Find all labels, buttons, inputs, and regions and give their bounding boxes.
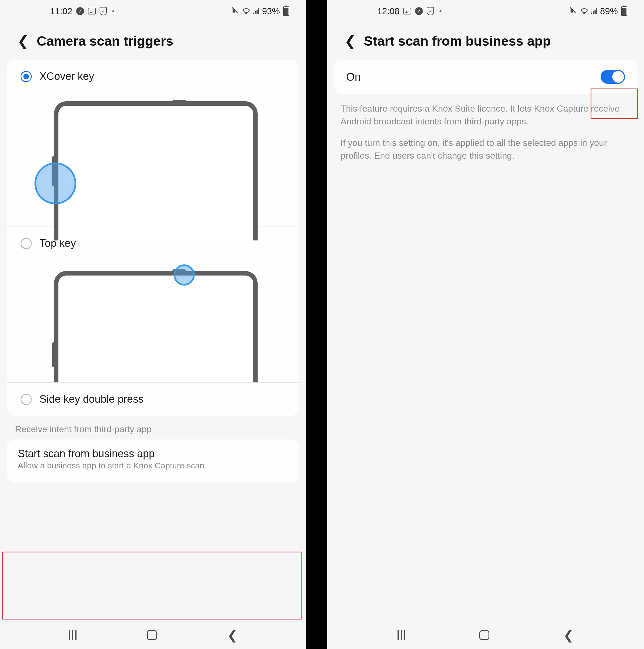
- svg-point-1: [583, 12, 585, 14]
- battery-icon: [621, 6, 627, 16]
- screen-start-scan-setting: 12:08 ✓ ✓ 89% ❮ Start scan from business…: [327, 0, 644, 649]
- battery-icon: [283, 6, 289, 16]
- status-bar: 11:02 ✓ ✓ 93%: [0, 0, 306, 22]
- back-button[interactable]: ❮: [17, 34, 29, 48]
- mute-icon: [570, 7, 577, 15]
- navigation-bar: ❮: [0, 621, 306, 649]
- battery-percent: 93%: [262, 6, 280, 16]
- wifi-icon: [242, 8, 250, 14]
- check-icon: ✓: [415, 7, 423, 15]
- status-bar: 12:08 ✓ ✓ 89%: [327, 0, 644, 22]
- radio-unselected-icon: [20, 394, 32, 405]
- option-xcover-key[interactable]: XCover key: [7, 60, 299, 93]
- battery-percent: 89%: [600, 6, 618, 16]
- toggle-label: On: [346, 71, 361, 83]
- nav-home-button[interactable]: [147, 630, 157, 640]
- trigger-options-card: XCover key Top key Side key double press: [7, 60, 299, 416]
- screen-camera-scan-triggers: 11:02 ✓ ✓ 93% ❮ Camera scan triggers XCo…: [0, 0, 306, 649]
- info-paragraph-2: If you turn this setting on, it's applie…: [340, 136, 631, 162]
- start-scan-from-business-app-item[interactable]: Start scan from business app Allow a bus…: [7, 439, 299, 483]
- signal-icon: [591, 8, 597, 14]
- radio-unselected-icon: [20, 238, 32, 249]
- mute-icon: [232, 7, 239, 15]
- top-key-illustration: [7, 260, 299, 382]
- radio-selected-icon: [20, 71, 32, 82]
- back-button[interactable]: ❮: [344, 34, 356, 48]
- list-item-subtitle: Allow a business app to start a Knox Cap…: [18, 461, 288, 470]
- page-title: Start scan from business app: [364, 33, 551, 49]
- wifi-icon: [580, 8, 588, 14]
- nav-back-button[interactable]: ❮: [227, 628, 238, 642]
- highlight-annotation: [2, 552, 302, 619]
- nav-home-button[interactable]: [479, 630, 489, 640]
- status-time: 11:02: [50, 6, 72, 16]
- navigation-bar: ❮: [327, 621, 644, 649]
- header: ❮ Camera scan triggers: [0, 22, 306, 60]
- option-label: XCover key: [40, 71, 94, 82]
- shield-icon: ✓: [427, 7, 434, 15]
- option-label: Side key double press: [40, 393, 144, 405]
- gallery-icon: [88, 8, 96, 14]
- header: ❮ Start scan from business app: [327, 22, 644, 60]
- gallery-icon: [403, 8, 411, 14]
- xcover-key-illustration: [7, 93, 299, 226]
- info-text: This feature requires a Knox Suite licen…: [327, 94, 644, 179]
- toggle-switch[interactable]: [601, 70, 625, 84]
- svg-point-0: [245, 12, 247, 14]
- section-header-third-party: Receive intent from third-party app: [0, 416, 306, 437]
- status-time: 12:08: [377, 6, 400, 16]
- info-paragraph-1: This feature requires a Knox Suite licen…: [340, 102, 631, 128]
- page-title: Camera scan triggers: [37, 33, 173, 49]
- screen-divider: [306, 0, 327, 649]
- more-notifications-dot: [112, 10, 114, 12]
- nav-back-button[interactable]: ❮: [563, 628, 573, 642]
- option-side-key-double-press[interactable]: Side key double press: [7, 382, 299, 416]
- check-icon: ✓: [76, 7, 84, 15]
- shield-icon: ✓: [100, 7, 107, 15]
- more-notifications-dot: [440, 10, 442, 12]
- master-toggle-row[interactable]: On: [334, 60, 637, 94]
- nav-recents-button[interactable]: [69, 630, 77, 640]
- list-item-title: Start scan from business app: [18, 448, 288, 460]
- signal-icon: [253, 8, 259, 14]
- nav-recents-button[interactable]: [398, 630, 405, 640]
